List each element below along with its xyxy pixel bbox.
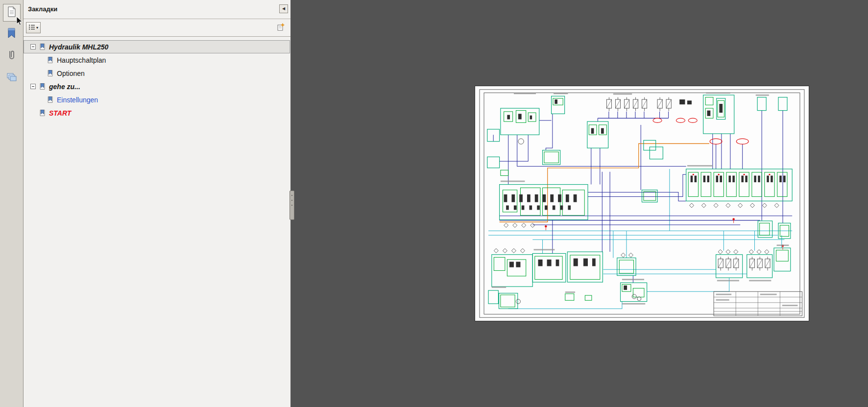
paperclip-icon	[6, 49, 16, 63]
bookmark-label: Hauptschaltplan	[57, 56, 106, 64]
expander-minus[interactable]	[30, 84, 36, 89]
bookmarks-icon	[6, 27, 17, 41]
bookmark-icon	[39, 43, 46, 50]
bookmarks-panel: Закладки ◀ ▾	[23, 0, 291, 407]
bookmark-item[interactable]: START	[24, 106, 290, 120]
collapse-panel-button[interactable]: ◀	[279, 4, 288, 13]
pdf-page	[475, 86, 809, 321]
bookmark-label: Einstellungen	[57, 96, 98, 104]
bookmarks-tree: Hydraulik MHL250 Hauptschaltplan Optione…	[23, 36, 290, 407]
nav-attachments-button[interactable]	[3, 48, 20, 65]
nav-bookmarks-button[interactable]	[3, 26, 20, 43]
chevron-down-icon: ▾	[36, 25, 38, 30]
nav-layers-button[interactable]	[3, 70, 20, 87]
new-bookmark-icon	[276, 23, 285, 33]
bookmark-label: Hydraulik MHL250	[49, 43, 108, 51]
bookmark-icon	[47, 56, 54, 64]
panel-header: Закладки ◀	[23, 0, 290, 19]
bookmark-icon	[47, 96, 54, 103]
bookmark-item[interactable]: Einstellungen	[24, 93, 290, 106]
panel-toolbar: ▾	[23, 19, 290, 37]
bookmark-label: gehe zu...	[49, 83, 80, 91]
hydraulic-schematic	[475, 86, 809, 321]
bookmark-label: START	[49, 109, 71, 117]
nav-pages-button[interactable]	[3, 4, 21, 22]
bookmark-item[interactable]: Hauptschaltplan	[24, 53, 290, 67]
expander-minus[interactable]	[30, 44, 36, 49]
bookmark-icon	[39, 83, 46, 90]
bookmark-item[interactable]: Optionen	[24, 67, 290, 80]
bookmark-label: Optionen	[57, 70, 85, 77]
bookmark-item[interactable]: gehe zu...	[24, 80, 290, 93]
bookmark-item[interactable]: Hydraulik MHL250	[24, 40, 290, 53]
bookmark-options-button[interactable]: ▾	[26, 22, 41, 33]
navigation-pane-strip	[0, 0, 24, 407]
bookmark-icon	[47, 70, 54, 77]
list-options-icon	[28, 24, 35, 31]
bookmark-icon	[39, 109, 46, 117]
pages-icon	[7, 6, 17, 20]
layers-icon	[6, 72, 17, 85]
panel-title: Закладки	[28, 5, 57, 13]
panel-splitter-grip[interactable]	[289, 191, 294, 220]
new-bookmark-button[interactable]	[275, 22, 287, 33]
